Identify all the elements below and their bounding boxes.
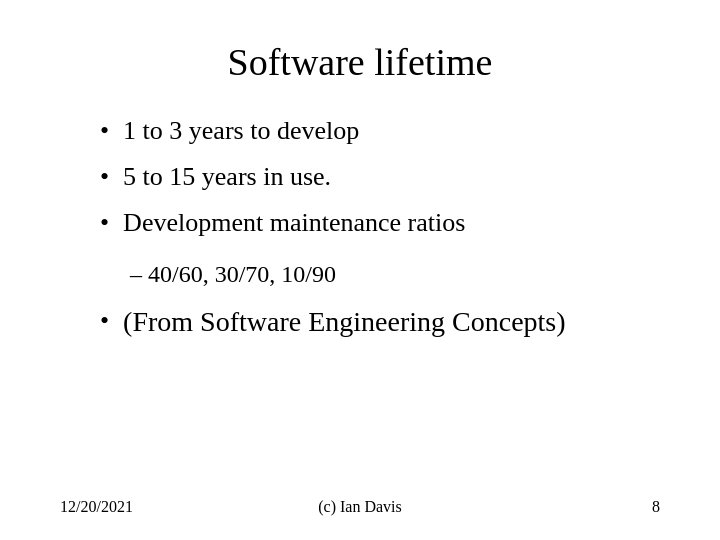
sub-list-item-1: – 40/60, 30/70, 10/90: [130, 261, 660, 288]
sub-bullet-list: – 40/60, 30/70, 10/90: [130, 261, 660, 294]
bullet-text-extra: (From Software Engineering Concepts): [123, 304, 565, 340]
bullet-dot-1: •: [100, 114, 109, 148]
extra-bullet-list: • (From Software Engineering Concepts): [100, 304, 660, 352]
footer-author: (c) Ian Davis: [260, 498, 460, 516]
bullet-dot-extra: •: [100, 304, 109, 338]
bullet-text-3: Development maintenance ratios: [123, 206, 465, 240]
sub-text-1: – 40/60, 30/70, 10/90: [130, 261, 336, 288]
list-item-1: • 1 to 3 years to develop: [100, 114, 660, 148]
bullet-text-2: 5 to 15 years in use.: [123, 160, 331, 194]
bullet-dot-2: •: [100, 160, 109, 194]
slide-title: Software lifetime: [60, 40, 660, 84]
footer-page-number: 8: [460, 498, 660, 516]
slide-footer: 12/20/2021 (c) Ian Davis 8: [60, 490, 660, 520]
list-item-3: • Development maintenance ratios: [100, 206, 660, 240]
slide-content: • 1 to 3 years to develop • 5 to 15 year…: [60, 114, 660, 490]
bullet-dot-3: •: [100, 206, 109, 240]
slide: Software lifetime • 1 to 3 years to deve…: [0, 0, 720, 540]
list-item-2: • 5 to 15 years in use.: [100, 160, 660, 194]
list-item-extra: • (From Software Engineering Concepts): [100, 304, 660, 340]
bullet-text-1: 1 to 3 years to develop: [123, 114, 359, 148]
bullet-list: • 1 to 3 years to develop • 5 to 15 year…: [100, 114, 660, 251]
footer-date: 12/20/2021: [60, 498, 260, 516]
